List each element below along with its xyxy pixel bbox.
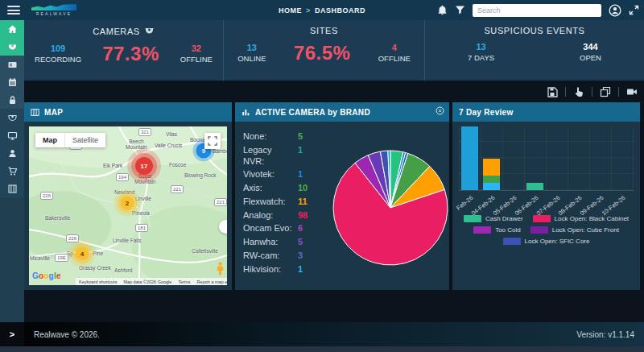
sidebar-item-security[interactable]: [0, 91, 24, 109]
sidebar-item-storage[interactable]: [0, 180, 24, 197]
dome-camera-icon: [144, 26, 155, 36]
map-fullscreen-button[interactable]: [204, 133, 221, 149]
map-route-badge: 321: [138, 128, 151, 136]
sidebar-item-displays[interactable]: [0, 126, 24, 144]
review-legend-item: Lock Open: Black Cabinet: [533, 215, 630, 222]
brand-panel-body: None:5Legacy NVR:1Vivotek:1Axis:10Flexwa…: [235, 122, 449, 290]
map-rotate-control[interactable]: [219, 220, 227, 234]
top-bar: REALWAVE HOME > DASHBOARD: [0, 0, 644, 20]
brand-legend-value: 1: [298, 145, 303, 168]
breadcrumb-home[interactable]: HOME: [279, 6, 302, 14]
bar-segment: [461, 126, 478, 190]
brand-legend-item: RW-cam:3: [243, 251, 333, 262]
bar-segment: [483, 159, 500, 176]
map-town-label: Collettsville: [192, 248, 218, 254]
map-cluster-marker[interactable]: 4: [76, 247, 89, 261]
filter-icon[interactable]: [455, 5, 465, 15]
map-town-label: Bamboo: [213, 148, 227, 154]
footer-version: Version: v1.1.14: [576, 330, 634, 339]
events-7days-label: 7 DAYS: [468, 53, 494, 63]
map-cluster-marker[interactable]: 2: [121, 197, 134, 210]
main-content: CAMERAS 109RECORDING 77.3% 32OFFLINE SIT…: [24, 20, 644, 352]
storage-icon: [7, 184, 18, 194]
bar-segment: [483, 183, 500, 190]
map-panel-header: MAP: [24, 102, 232, 122]
close-icon[interactable]: [436, 106, 444, 115]
map-route-badge: 226: [40, 192, 53, 200]
brand-panel-header: ACTIVE CAMERA by BRAND: [235, 102, 449, 122]
sidebar-item-home[interactable]: [0, 20, 24, 38]
sites-card: SITES 13ONLINE 76.5% 4OFFLINE: [224, 20, 425, 81]
sidebar: [0, 20, 24, 322]
legend-label: Cash Drawer: [485, 215, 523, 222]
sites-percentage: 76.5%: [294, 42, 351, 64]
expand-icon[interactable]: [629, 5, 639, 15]
review-legend-item: Cash Drawer: [464, 215, 523, 222]
duplicate-icon[interactable]: [600, 86, 611, 97]
brand-legend-label: Oncam Evo:: [243, 223, 295, 234]
review-panel-title: 7 Day Review: [459, 108, 514, 117]
video-camera-icon[interactable]: [626, 86, 638, 97]
map[interactable]: Map Satellite Google Keyboard shortcutsM…: [29, 126, 227, 285]
brand-legend-item: Legacy NVR:1: [243, 145, 333, 168]
map-town-label: Linville: [135, 196, 151, 201]
sidebar-item-camera-admin[interactable]: [0, 109, 24, 126]
dome-camera-icon: [7, 42, 18, 52]
brand-panel: ACTIVE CAMERA by BRAND None:5Legacy NVR:…: [235, 102, 449, 290]
sidebar-item-cameras[interactable]: [0, 38, 24, 56]
dashboard-screen: REALWAVE HOME > DASHBOARD >: [0, 0, 644, 352]
map-town-label: Pineola: [132, 210, 150, 216]
satellite-view-button[interactable]: Satellite: [64, 133, 105, 147]
breadcrumb-separator: >: [306, 6, 311, 14]
topbar-controls: [437, 0, 639, 20]
brand-legend-label: Vivotek:: [243, 169, 295, 180]
brand-legend-value: 5: [298, 237, 303, 248]
map-panel-title: MAP: [44, 108, 63, 117]
sidebar-item-orders[interactable]: [0, 162, 24, 180]
map-town-label: Elk Park: [103, 163, 122, 168]
window-bottom-strip: [0, 346, 644, 352]
legend-swatch: [533, 215, 551, 222]
map-attribution-link[interactable]: Keyboard shortcuts: [79, 280, 117, 284]
map-town-label: Linville Falls: [113, 238, 141, 243]
map-town-label: Valle Crucis: [155, 143, 182, 148]
review-panel-body: Feb-2604-Feb-2605-Feb-2606-Feb-2607-Feb-…: [452, 122, 640, 290]
brand-legend-label: Analog:: [243, 210, 295, 222]
brand-legend-value: 6: [298, 223, 303, 234]
sidebar-item-users[interactable]: [0, 144, 24, 162]
cameras-card: CAMERAS 109RECORDING 77.3% 32OFFLINE: [24, 20, 224, 81]
sidebar-item-calendar[interactable]: [0, 73, 24, 91]
search-input[interactable]: [473, 4, 601, 17]
map-panel: MAP: [24, 102, 232, 290]
google-logo[interactable]: Google: [32, 271, 61, 280]
touch-icon[interactable]: [573, 86, 584, 97]
brand-legend-item: Vivotek:1: [243, 169, 333, 180]
bell-icon[interactable]: [437, 5, 448, 15]
save-icon[interactable]: [547, 86, 558, 97]
menu-icon[interactable]: [7, 6, 20, 14]
user-avatar-icon[interactable]: [609, 4, 621, 17]
pegman-icon[interactable]: [216, 262, 225, 275]
map-route-badge: 221: [171, 185, 184, 193]
events-open-value: 344: [583, 42, 597, 53]
sidebar-item-video-wall[interactable]: [0, 56, 24, 73]
brand-legend-value: 3: [298, 251, 303, 262]
map-attribution: Keyboard shortcutsMap data ©2026 GoogleT…: [76, 278, 227, 285]
map-attribution-link[interactable]: Terms: [178, 280, 190, 284]
map-view-button[interactable]: Map: [35, 133, 64, 147]
legend-label: Too Cold: [495, 226, 521, 234]
brand-legend-label: Axis:: [243, 183, 295, 194]
map-route-badge: 194: [116, 173, 129, 181]
sites-online-label: ONLINE: [237, 54, 266, 64]
brand-logo-graphic: [31, 4, 76, 10]
map-attribution-link[interactable]: Report a map error: [196, 280, 227, 284]
camera-icon: [7, 113, 18, 123]
map-town-label: Foscoe: [169, 162, 186, 168]
review-legend: Cash DrawerLock Open: Black CabinetToo C…: [452, 215, 640, 245]
bar-segment: [483, 176, 500, 183]
review-panel: 7 Day Review Feb-2604-Feb-2605-Feb-2606-…: [452, 102, 640, 290]
brand-legend-label: Flexwatch:: [243, 197, 295, 208]
map-town-label: Bakersville: [45, 215, 70, 221]
map-cluster-marker[interactable]: 17: [135, 157, 153, 175]
sidebar-collapse-toggle[interactable]: >: [0, 322, 24, 346]
